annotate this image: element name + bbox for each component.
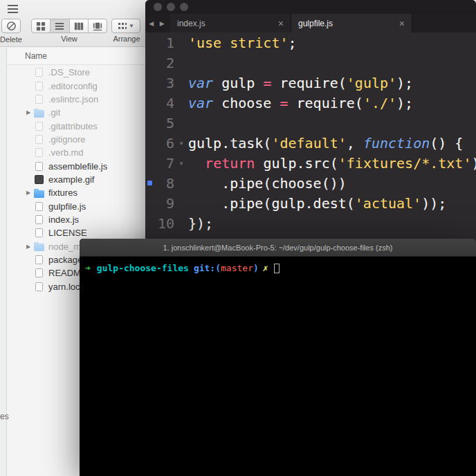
file-name: .DS_Store — [48, 67, 90, 77]
close-window-icon[interactable] — [154, 3, 162, 11]
coverflow-view-icon — [93, 21, 102, 31]
code-area[interactable]: 1'use strict';23var gulp = require('gulp… — [145, 33, 476, 253]
prompt-dirty-icon: ✗ — [263, 262, 268, 274]
prompt-git-suffix: ) — [253, 262, 259, 274]
document-icon — [35, 215, 43, 224]
code-line: 2 — [145, 53, 476, 73]
editor-titlebar[interactable] — [145, 0, 476, 14]
terminal-window: 1. jonschlinkert@MacBook-Pro-5: ~/dev/gu… — [80, 239, 476, 476]
columns-view-icon — [74, 21, 84, 31]
line-number: 4 — [154, 95, 174, 111]
document-icon — [35, 68, 43, 77]
delete-label: Delete — [0, 35, 28, 44]
zoom-window-icon[interactable] — [180, 3, 188, 11]
prompt-arrow-icon: ➜ — [85, 262, 91, 274]
tab-strip: index.js×gulpfile.js× — [170, 14, 412, 33]
image-file-icon — [35, 175, 44, 184]
file-name: .eslintrc.json — [48, 94, 98, 104]
arrange-group: ▼ Arrange — [111, 0, 142, 43]
view-grid-button[interactable] — [32, 19, 51, 33]
file-name: fixtures — [48, 187, 77, 198]
desktop: Delete View ▼ Arrange Nam — [0, 0, 476, 476]
view-segmented-control — [31, 19, 107, 33]
file-name: index.js — [48, 214, 79, 225]
fold-arrow-icon[interactable]: ▾ — [174, 138, 188, 148]
document-icon — [35, 82, 43, 91]
tab-label: index.js — [177, 19, 205, 28]
code-line: 6▾gulp.task('default', function() { — [145, 133, 476, 153]
line-number: 3 — [154, 75, 174, 91]
list-view-icon — [55, 21, 64, 31]
tab-nav-arrows[interactable]: ◀ ▶ — [145, 14, 170, 33]
shell-prompt: ➜ gulp-choose-files git:(master) ✗ — [85, 262, 470, 274]
file-name: .gitignore — [48, 134, 85, 145]
line-number: 6 — [154, 135, 174, 152]
editor-tabbar: ◀ ▶ index.js×gulpfile.js× — [145, 14, 476, 33]
grid-view-icon — [36, 21, 46, 31]
line-number: 7 — [154, 155, 174, 172]
delete-button[interactable] — [1, 19, 21, 33]
line-number: 2 — [154, 55, 174, 71]
code-text: 'use strict'; — [188, 35, 476, 51]
disclosure-triangle-icon[interactable]: ▶ — [24, 244, 33, 250]
view-list-button[interactable] — [51, 19, 69, 33]
code-text: var gulp = require('gulp'); — [188, 75, 476, 91]
code-line: 7▾ return gulp.src('fixtures/*.txt') — [145, 153, 476, 173]
line-number: 1 — [154, 35, 174, 51]
chevron-down-icon: ▼ — [129, 23, 134, 29]
folder-icon — [34, 110, 44, 118]
code-text: return gulp.src('fixtures/*.txt') — [188, 155, 476, 172]
tab-index.js[interactable]: index.js× — [170, 14, 291, 33]
document-icon — [35, 282, 43, 291]
line-number: 5 — [154, 115, 174, 131]
disclosure-triangle-icon[interactable]: ▶ — [24, 109, 33, 116]
line-number: 10 — [154, 215, 174, 232]
code-line: 8 .pipe(choose()) — [145, 173, 476, 193]
view-label: View — [31, 35, 107, 43]
prompt-directory: gulp-choose-files — [97, 262, 189, 274]
code-text: .pipe(choose()) — [188, 175, 476, 192]
minimize-window-icon[interactable] — [167, 3, 175, 11]
code-text: var choose = require('./'); — [188, 95, 476, 111]
terminal-titlebar[interactable]: 1. jonschlinkert@MacBook-Pro-5: ~/dev/gu… — [80, 239, 476, 257]
document-icon — [35, 162, 43, 171]
terminal-cursor[interactable] — [274, 264, 280, 273]
line-number: 8 — [154, 175, 174, 192]
prompt-git-prefix: git:( — [194, 262, 221, 274]
code-line: 5 — [145, 113, 476, 133]
arrange-icon — [118, 22, 127, 30]
document-icon — [35, 135, 43, 144]
disclosure-triangle-icon[interactable]: ▶ — [24, 190, 33, 196]
tab-gulpfile.js[interactable]: gulpfile.js× — [291, 14, 412, 33]
view-columns-button[interactable] — [70, 19, 89, 33]
view-coverflow-button[interactable] — [89, 19, 107, 33]
file-name: .editorconfig — [48, 81, 98, 91]
document-icon — [35, 202, 43, 211]
terminal-title: 1. jonschlinkert@MacBook-Pro-5: ~/dev/gu… — [163, 244, 393, 252]
code-line: 1'use strict'; — [145, 33, 476, 53]
fold-arrow-icon[interactable]: ▾ — [174, 158, 188, 168]
arrange-button[interactable]: ▼ — [111, 19, 140, 33]
tab-label: gulpfile.js — [298, 19, 333, 28]
code-text: .pipe(gulp.dest('actual')); — [188, 195, 476, 212]
code-line: 4var choose = require('./'); — [145, 93, 476, 113]
arrange-label: Arrange — [111, 35, 142, 43]
code-line: 9 .pipe(gulp.dest('actual')); — [145, 193, 476, 213]
document-icon — [35, 122, 43, 131]
code-text: gulp.task('default', function() { — [188, 135, 476, 152]
file-name: .gitattributes — [48, 121, 98, 131]
file-name: .git — [48, 107, 60, 118]
file-name: assemblefile.js — [48, 161, 107, 172]
file-name: gulpfile.js — [48, 201, 86, 212]
delete-icon — [6, 21, 17, 31]
document-icon — [35, 268, 43, 277]
document-icon — [35, 255, 43, 264]
close-icon[interactable]: × — [399, 19, 405, 28]
folder-icon — [34, 190, 44, 198]
terminal-body[interactable]: ➜ gulp-choose-files git:(master) ✗ — [80, 257, 476, 280]
bookmark-marker — [145, 181, 154, 185]
document-icon — [35, 228, 43, 237]
file-name: example.gif — [48, 174, 94, 185]
line-number: 9 — [154, 195, 174, 212]
close-icon[interactable]: × — [278, 19, 284, 28]
